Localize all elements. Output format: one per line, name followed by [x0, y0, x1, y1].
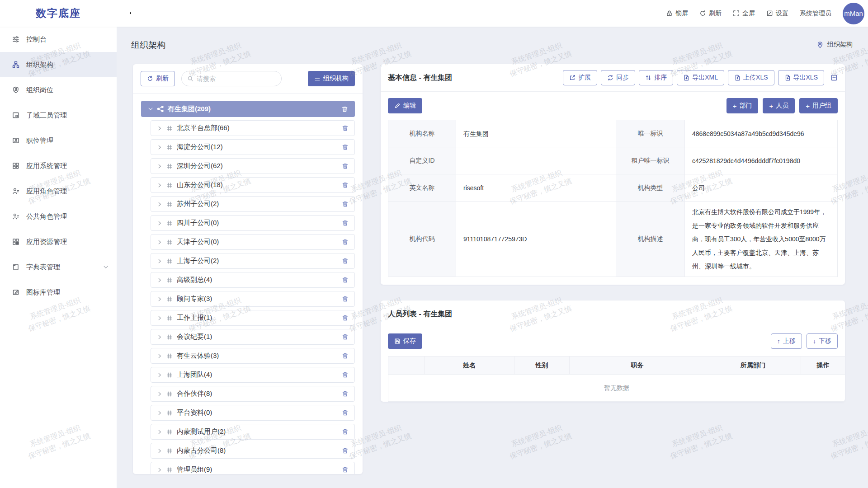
edit-button[interactable]: 编辑 — [388, 98, 422, 113]
toolbar-button-扩展[interactable]: 扩展 — [563, 70, 597, 85]
save-button[interactable]: 保存 — [388, 333, 422, 349]
trash-icon[interactable] — [342, 163, 349, 169]
sidebar-item-控制台[interactable]: 控制台 — [0, 27, 117, 52]
chevron-right-icon[interactable] — [157, 183, 162, 188]
trash-icon[interactable] — [342, 390, 349, 397]
toolbar-button-同步[interactable]: 同步 — [601, 70, 635, 85]
tree-node[interactable]: 合作伙伴(8) — [151, 386, 355, 402]
tree-node[interactable]: 工作上报(1) — [151, 310, 355, 326]
tree-refresh-button[interactable]: 刷新 — [141, 71, 175, 86]
tree-node[interactable]: 内蒙古分公司(8) — [151, 443, 355, 459]
trash-icon[interactable] — [342, 428, 349, 435]
sidebar-item-子域三员管理[interactable]: 子域三员管理 — [0, 103, 117, 128]
toolbar-button-导出XML[interactable]: 导出XML — [677, 70, 724, 85]
trash-icon[interactable] — [342, 125, 349, 131]
trash-icon[interactable] — [342, 447, 349, 454]
chevron-right-icon[interactable] — [157, 372, 162, 378]
tree-node[interactable]: 山东分公司(18) — [151, 177, 355, 193]
topbar-item-锁屏[interactable]: 锁屏 — [666, 9, 688, 18]
chevron-right-icon[interactable] — [157, 429, 162, 435]
trash-icon[interactable] — [342, 144, 349, 150]
trash-icon[interactable] — [342, 182, 349, 188]
tree-node[interactable]: 上海团队(4) — [151, 367, 355, 383]
menu-fold-icon[interactable] — [128, 9, 137, 18]
chevron-right-icon[interactable] — [157, 448, 162, 454]
tree-node[interactable]: 有生云体验(3) — [151, 348, 355, 364]
org-structure-button[interactable]: 组织机构 — [308, 71, 355, 86]
sidebar-item-应用资源管理[interactable]: 应用资源管理 — [0, 229, 117, 254]
tree-node[interactable]: 会议纪要(1) — [151, 329, 355, 345]
toolbar-button-导出XLS[interactable]: 导出XLS — [778, 70, 824, 85]
refresh-icon — [147, 75, 153, 82]
org-tree-icon — [12, 61, 19, 68]
chevron-right-icon[interactable] — [157, 221, 162, 226]
chevron-right-icon[interactable] — [157, 277, 162, 283]
current-user-label[interactable]: 系统管理员 — [800, 9, 831, 18]
trash-icon[interactable] — [342, 314, 349, 321]
field-value: 91110108717725973D — [456, 202, 616, 277]
chevron-right-icon[interactable] — [157, 467, 162, 473]
expand-icon — [569, 75, 576, 81]
tree-node[interactable]: 苏州子公司(2) — [151, 196, 355, 212]
add-人员-button[interactable]: +人员 — [763, 98, 795, 113]
toolbar-button-排序[interactable]: 排序 — [639, 70, 673, 85]
tree-root-node[interactable]: 有生集团(209) — [141, 101, 355, 117]
trash-icon[interactable] — [342, 466, 349, 473]
toolbar-button-label: 导出XML — [692, 74, 718, 82]
chevron-right-icon[interactable] — [157, 126, 162, 131]
move-up-button[interactable]: ↑ 上移 — [771, 333, 802, 349]
chevron-down-icon — [103, 264, 108, 270]
sidebar-item-字典表管理[interactable]: 字典表管理 — [0, 254, 117, 280]
topbar-item-全屏[interactable]: 全屏 — [733, 9, 755, 18]
trash-icon[interactable] — [341, 106, 348, 113]
sidebar-item-公共角色管理[interactable]: 公共角色管理 — [0, 204, 117, 229]
trash-icon[interactable] — [342, 258, 349, 264]
trash-icon[interactable] — [342, 277, 349, 283]
sidebar-item-组织架构[interactable]: 组织架构 — [0, 52, 117, 77]
chevron-right-icon[interactable] — [157, 145, 162, 150]
chevron-right-icon[interactable] — [157, 239, 162, 245]
tree-node[interactable]: 海淀分公司(12) — [151, 139, 355, 155]
tree-node[interactable]: 北京平台总部(66) — [151, 120, 355, 136]
sidebar-item-应用角色管理[interactable]: 应用角色管理 — [0, 178, 117, 204]
tree-node[interactable]: 顾问专家(3) — [151, 291, 355, 307]
chevron-right-icon[interactable] — [157, 296, 162, 302]
tree-node[interactable]: 平台资料(0) — [151, 405, 355, 421]
chevron-right-icon[interactable] — [157, 258, 162, 264]
trash-icon[interactable] — [342, 296, 349, 302]
sidebar-item-应用系统管理[interactable]: 应用系统管理 — [0, 153, 117, 178]
tree-node[interactable]: 深圳分公司(62) — [151, 158, 355, 174]
trash-icon[interactable] — [342, 371, 349, 378]
chevron-right-icon[interactable] — [157, 164, 162, 169]
tree-node[interactable]: 高级副总(4) — [151, 272, 355, 288]
collapse-panel-icon[interactable] — [830, 74, 838, 81]
trash-icon[interactable] — [342, 220, 349, 226]
topbar-item-刷新[interactable]: 刷新 — [699, 9, 722, 18]
sidebar-item-图标库管理[interactable]: 图标库管理 — [0, 280, 117, 305]
toolbar-button-上传XLS[interactable]: 上传XLS — [728, 70, 774, 85]
trash-icon[interactable] — [342, 409, 349, 416]
sidebar-item-组织岗位[interactable]: 组织岗位 — [0, 77, 117, 103]
chevron-right-icon[interactable] — [157, 391, 162, 397]
sidebar-item-职位管理[interactable]: 职位管理 — [0, 128, 117, 153]
tree-node[interactable]: 管理员组(9) — [151, 462, 355, 474]
chevron-right-icon[interactable] — [157, 353, 162, 359]
tree-search-input[interactable] — [197, 75, 276, 82]
chevron-right-icon[interactable] — [157, 410, 162, 416]
trash-icon[interactable] — [342, 333, 349, 340]
topbar-item-设置[interactable]: 设置 — [766, 9, 788, 18]
chevron-right-icon[interactable] — [157, 202, 162, 207]
add-部门-button[interactable]: +部门 — [726, 98, 759, 113]
tree-node[interactable]: 天津子公司(0) — [151, 234, 355, 250]
add-用户组-button[interactable]: +用户组 — [799, 98, 838, 113]
trash-icon[interactable] — [342, 352, 349, 359]
tree-node[interactable]: 内蒙测试用户(2) — [151, 424, 355, 440]
trash-icon[interactable] — [342, 239, 349, 245]
chevron-right-icon[interactable] — [157, 315, 162, 321]
chevron-right-icon[interactable] — [157, 334, 162, 340]
tree-node[interactable]: 四川子公司(0) — [151, 215, 355, 231]
tree-node[interactable]: 上海子公司(2) — [151, 253, 355, 269]
trash-icon[interactable] — [342, 201, 349, 207]
move-down-button[interactable]: ↓ 下移 — [807, 333, 838, 349]
avatar[interactable]: mMan — [843, 3, 864, 24]
